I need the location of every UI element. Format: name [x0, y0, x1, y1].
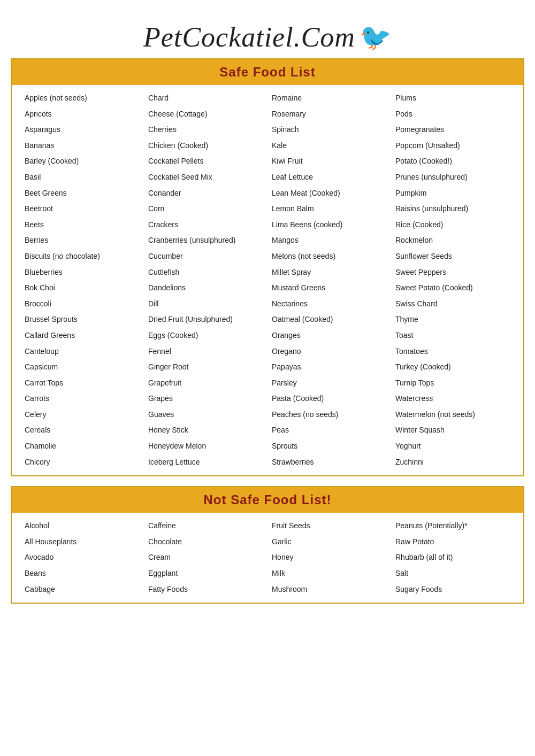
- list-item: Rhubarb (all of it): [391, 550, 515, 566]
- list-item: Turnip Tops: [391, 375, 515, 391]
- list-item: Carrots: [20, 391, 144, 407]
- list-item: Caffeine: [144, 518, 268, 534]
- list-item: Apples (not seeds): [20, 90, 144, 106]
- page: PetCockatiel.Com 🐦 Safe Food List Apples…: [11, 0, 524, 624]
- list-item: Tomatoes: [391, 344, 515, 360]
- list-item: Honey: [268, 550, 391, 566]
- safe-food-title: Safe Food List: [12, 65, 523, 80]
- list-item: Bananas: [20, 138, 144, 154]
- list-item: Strawberries: [268, 454, 391, 470]
- list-item: Barley (Cooked): [20, 153, 144, 169]
- list-item: Chamolie: [20, 438, 144, 454]
- list-item: Mangos: [268, 233, 391, 249]
- list-item: Celery: [20, 407, 144, 423]
- not-safe-food-grid: AlcoholCaffeineFruit SeedsPeanuts (Poten…: [12, 513, 523, 603]
- list-item: Rockmelon: [391, 233, 515, 249]
- list-item: Sweet Potato (Cooked): [391, 280, 515, 296]
- list-item: Toast: [391, 328, 515, 344]
- list-item: Sweet Peppers: [391, 265, 515, 281]
- list-item: Brussel Sprouts: [20, 312, 144, 328]
- list-item: Callard Greens: [20, 328, 144, 344]
- list-item: Beetroot: [20, 201, 144, 217]
- list-item: Avocado: [20, 550, 144, 566]
- list-item: Cherries: [144, 122, 268, 138]
- list-item: Parsley: [268, 375, 391, 391]
- safe-food-section: Safe Food List Apples (not seeds)ChardRo…: [11, 58, 524, 476]
- list-item: Fatty Foods: [144, 582, 268, 598]
- list-item: Romaine: [268, 90, 391, 106]
- list-item: Yoghurt: [391, 438, 515, 454]
- list-item: Swiss Chard: [391, 296, 515, 312]
- safe-food-grid: Apples (not seeds)ChardRomainePlumsApric…: [12, 85, 523, 475]
- list-item: Melons (not seeds): [268, 249, 391, 265]
- list-item: Cranberries (unsulphured): [144, 233, 268, 249]
- list-item: Bok Choi: [20, 280, 144, 296]
- list-item: Cuttlefish: [144, 265, 268, 281]
- list-item: Kale: [268, 138, 391, 154]
- list-item: Potato (Cooked!): [391, 153, 515, 169]
- list-item: Cabbage: [20, 582, 144, 598]
- list-item: Cockatiel Seed Mix: [144, 169, 268, 186]
- list-item: Berries: [20, 233, 144, 249]
- list-item: Grapes: [144, 391, 268, 407]
- list-item: Raw Potato: [391, 534, 515, 550]
- not-safe-food-header: Not Safe Food List!: [12, 487, 523, 513]
- list-item: Beans: [20, 566, 144, 582]
- list-item: Biscuits (no chocolate): [20, 249, 144, 265]
- site-title: PetCockatiel.Com: [143, 21, 355, 53]
- list-item: Beets: [20, 217, 144, 233]
- list-item: Milk: [268, 566, 391, 582]
- site-header: PetCockatiel.Com 🐦: [11, 11, 524, 58]
- list-item: Kiwi Fruit: [268, 153, 391, 169]
- list-item: Pomegranates: [391, 122, 515, 138]
- list-item: Pumpkim: [391, 186, 515, 202]
- list-item: Lima Beens (cooked): [268, 217, 391, 233]
- list-item: Guaves: [144, 407, 268, 423]
- bird-icon: 🐦: [360, 25, 392, 50]
- list-item: Prunes (unsulphured): [391, 169, 515, 186]
- list-item: Cheese (Cottage): [144, 106, 268, 122]
- list-item: Raisins (unsulphured): [391, 201, 515, 217]
- list-item: Canteloup: [20, 344, 144, 360]
- list-item: Fennel: [144, 344, 268, 360]
- list-item: Sugary Foods: [391, 582, 515, 598]
- list-item: Coriander: [144, 186, 268, 202]
- list-item: Lean Meat (Cooked): [268, 186, 391, 202]
- list-item: Millet Spray: [268, 265, 391, 281]
- list-item: Broccoli: [20, 296, 144, 312]
- list-item: Honey Stick: [144, 422, 268, 438]
- list-item: Plums: [391, 90, 515, 106]
- list-item: Watermelon (not seeds): [391, 407, 515, 423]
- list-item: Popcorn (Unsalted): [391, 138, 515, 154]
- list-item: Dandelions: [144, 280, 268, 296]
- list-item: Pasta (Cooked): [268, 391, 391, 407]
- list-item: Pods: [391, 106, 515, 122]
- list-item: Garlic: [268, 534, 391, 550]
- list-item: Ginger Root: [144, 359, 268, 375]
- list-item: Oatmeal (Cooked): [268, 312, 391, 328]
- list-item: Peanuts (Potentially)*: [391, 518, 515, 534]
- list-item: Honeydew Melon: [144, 438, 268, 454]
- list-item: Chocolate: [144, 534, 268, 550]
- list-item: Nectarines: [268, 296, 391, 312]
- list-item: Capsicum: [20, 359, 144, 375]
- list-item: Cereals: [20, 422, 144, 438]
- list-item: Spinach: [268, 122, 391, 138]
- list-item: Oranges: [268, 328, 391, 344]
- list-item: Zuchinni: [391, 454, 515, 470]
- list-item: Chicken (Cooked): [144, 138, 268, 154]
- list-item: Chicory: [20, 454, 144, 470]
- list-item: Chard: [144, 90, 268, 106]
- list-item: Basil: [20, 169, 144, 186]
- list-item: Sunflower Seeds: [391, 249, 515, 265]
- list-item: Dried Fruit (Unsulphured): [144, 312, 268, 328]
- list-item: Eggs (Cooked): [144, 328, 268, 344]
- list-item: Thyme: [391, 312, 515, 328]
- list-item: Salt: [391, 566, 515, 582]
- list-item: Rosemary: [268, 106, 391, 122]
- list-item: Eggplant: [144, 566, 268, 582]
- list-item: Corn: [144, 201, 268, 217]
- list-item: Watercress: [391, 391, 515, 407]
- list-item: Mustard Greens: [268, 280, 391, 296]
- list-item: Cockatiel Pellets: [144, 153, 268, 169]
